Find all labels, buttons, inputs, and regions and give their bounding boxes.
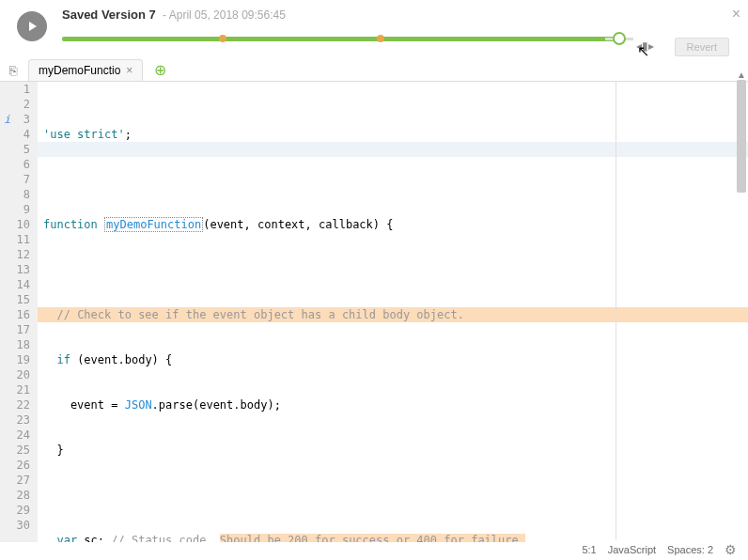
code-area[interactable]: 'use strict'; function myDemoFunction(ev… — [38, 82, 748, 542]
close-icon[interactable]: × — [732, 6, 740, 23]
tab-file[interactable]: myDemoFunctio × — [28, 59, 143, 81]
version-title: Saved Version 7 — [62, 8, 156, 22]
gutter: 1 2 3i 4 5 6 7 8 9 10 11 12 13 14 15 16 … — [0, 82, 38, 542]
indent-setting[interactable]: Spaces: 2 — [667, 544, 713, 555]
add-tab-button[interactable]: ⊕ — [154, 61, 166, 79]
nav-arrows[interactable]: ◂▮▸ — [636, 39, 654, 53]
revert-button[interactable]: Revert — [675, 38, 729, 56]
timeline[interactable] — [62, 29, 624, 48]
tab-close-icon[interactable]: × — [126, 64, 132, 77]
language-mode[interactable]: JavaScript — [608, 544, 656, 555]
tab-label: myDemoFunctio — [39, 64, 120, 77]
scrollbar[interactable]: ▲ — [735, 70, 748, 539]
play-button[interactable] — [17, 11, 47, 41]
version-date: - April 05, 2018 09:56:45 — [163, 8, 286, 22]
gear-icon[interactable]: ⚙ — [725, 542, 737, 557]
tabs-icon[interactable]: ⎘ — [9, 63, 17, 78]
cursor-position[interactable]: 5:1 — [582, 544, 596, 555]
